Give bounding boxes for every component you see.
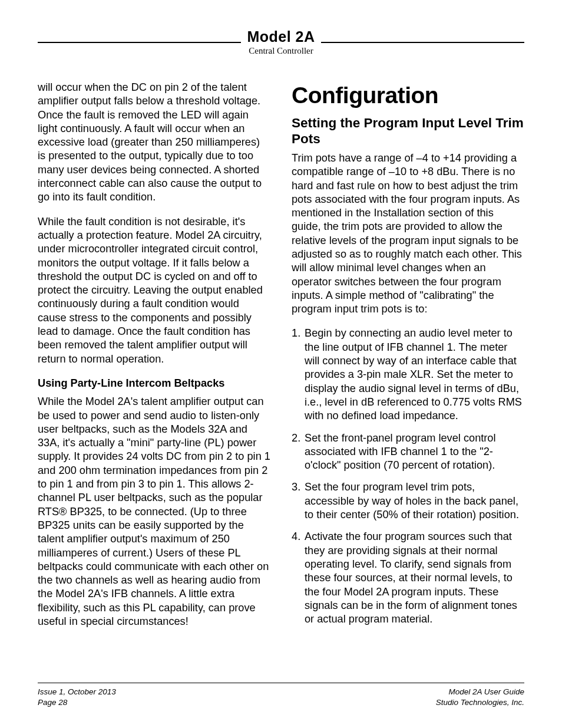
document-page: Model 2A Central Controller will occur w… <box>0 0 562 728</box>
footer-right: Model 2A User Guide Studio Technologies,… <box>436 687 524 708</box>
footer-issue-date: Issue 1, October 2013 <box>38 687 116 697</box>
header-rule-left <box>38 42 241 43</box>
left-paragraph-2: While the fault condition is not desirab… <box>38 215 270 366</box>
footer-left: Issue 1, October 2013 Page 28 <box>38 687 116 708</box>
footer-row: Issue 1, October 2013 Page 28 Model 2A U… <box>38 687 524 708</box>
header-rule-right <box>321 42 524 43</box>
left-paragraph-3: While the Model 2A's talent amplifier ou… <box>38 395 270 628</box>
right-paragraph-1: Trim pots have a range of –4 to +14 prov… <box>292 151 524 317</box>
page-footer: Issue 1, October 2013 Page 28 Model 2A U… <box>38 683 524 708</box>
footer-rule <box>38 683 524 683</box>
header-title: Model 2A <box>247 28 315 45</box>
page-header: Model 2A Central Controller <box>38 28 524 56</box>
header-title-block: Model 2A Central Controller <box>241 28 320 56</box>
list-item: Set the four program level trim pots, ac… <box>292 480 524 522</box>
left-column: will occur when the DC on pin 2 of the t… <box>38 81 270 639</box>
left-subheading-beltpacks: Using Party-Line Intercom Beltpacks <box>38 377 270 390</box>
footer-page-number: Page 28 <box>38 697 116 708</box>
content-columns: will occur when the DC on pin 2 of the t… <box>38 81 524 639</box>
steps-list: Begin by connecting an audio level meter… <box>292 327 524 626</box>
right-column: Configuration Setting the Program Input … <box>292 81 524 639</box>
list-item: Activate the four program sources such t… <box>292 530 524 626</box>
section-heading-configuration: Configuration <box>292 81 524 110</box>
subsection-heading-trim-pots: Setting the Program Input Level Trim Pot… <box>292 115 524 147</box>
footer-guide-title: Model 2A User Guide <box>436 687 524 697</box>
list-item: Begin by connecting an audio level meter… <box>292 327 524 423</box>
header-subtitle: Central Controller <box>247 46 315 56</box>
footer-company: Studio Technologies, Inc. <box>436 697 524 708</box>
list-item: Set the front-panel program level contro… <box>292 431 524 473</box>
left-paragraph-1: will occur when the DC on pin 2 of the t… <box>38 81 270 205</box>
